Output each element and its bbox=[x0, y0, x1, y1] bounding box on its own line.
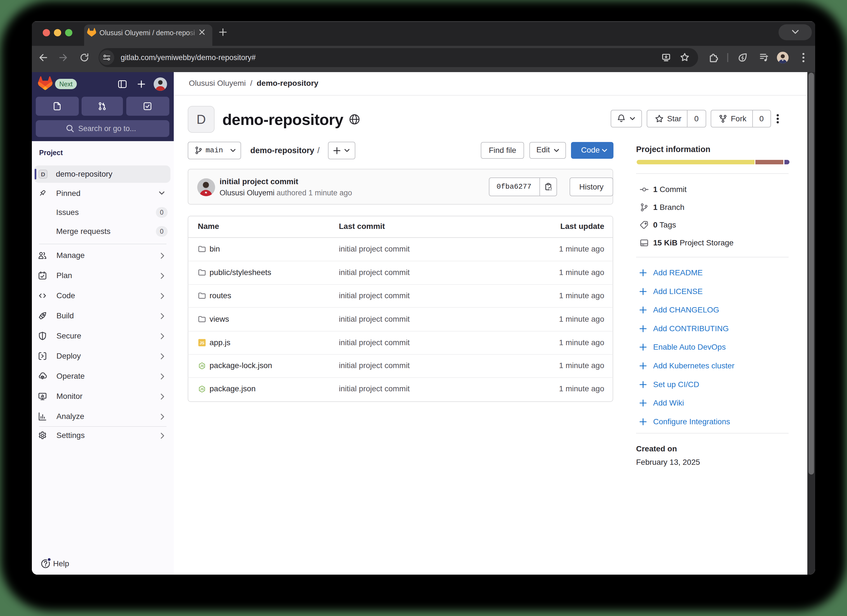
svg-text:JS: JS bbox=[200, 365, 204, 368]
svg-text:JS: JS bbox=[200, 387, 204, 391]
